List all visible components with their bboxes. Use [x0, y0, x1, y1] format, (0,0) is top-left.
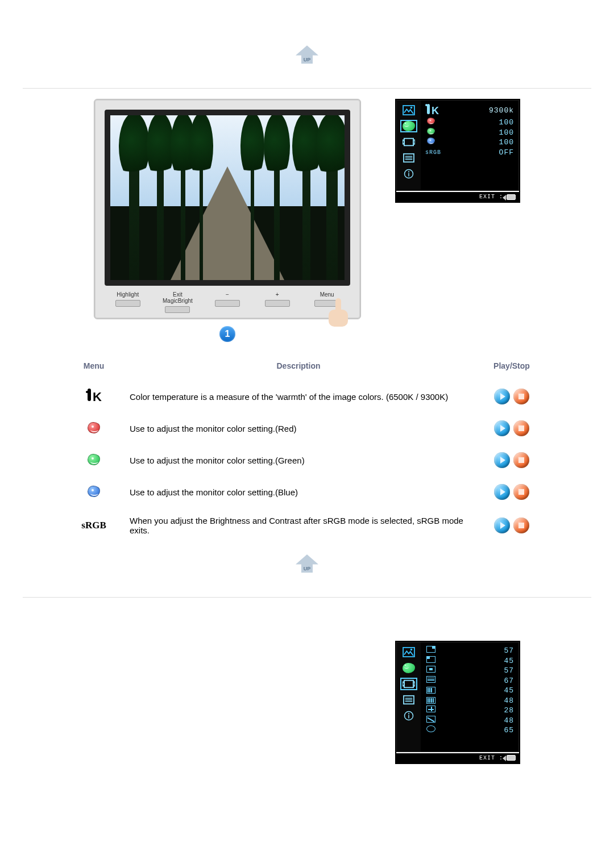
table-row: sRGB When you adjust the Brightness and …: [63, 508, 551, 543]
divider: [23, 88, 591, 89]
callout-badge: 1: [219, 326, 235, 342]
osd2-val: 67: [441, 676, 514, 686]
osd2-val: 45: [441, 686, 514, 696]
osd-exit-key-icon: [507, 194, 516, 200]
th-menu: Menu: [63, 356, 125, 381]
red-blob-icon: [88, 422, 100, 433]
color-temp-icon: K: [86, 389, 102, 404]
osd-tab-color-icon: [400, 662, 417, 674]
geom-icon: [426, 697, 435, 704]
bezel-label-plus: +: [276, 291, 279, 298]
osd-srgb-label: sRGB: [425, 149, 441, 157]
osd2-val: 57: [441, 646, 514, 656]
table-row: Use to adjust the monitor color setting.…: [63, 412, 551, 444]
osd-tab-color-icon: [400, 120, 417, 132]
srgb-label: sRGB: [81, 520, 106, 531]
osd2-val: 57: [441, 666, 514, 676]
up-link[interactable]: [23, 554, 591, 574]
svg-rect-15: [403, 682, 404, 686]
play-button[interactable]: [494, 389, 510, 404]
osd-tab-osd-icon: [400, 152, 417, 164]
green-blob-icon: [88, 454, 100, 465]
osd-exit-label: EXIT :: [479, 755, 503, 761]
bezel-label-highlight: Highlight: [117, 291, 139, 298]
osd2-val: 65: [441, 725, 514, 736]
th-playstop: Play/Stop: [472, 356, 551, 381]
geom-icon: [426, 706, 435, 712]
desc-cell: When you adjust the Brightness and Contr…: [125, 508, 472, 543]
osd-tab-image-icon: [400, 136, 417, 148]
osd-tab-osd-icon: [400, 694, 417, 706]
osd-image-panel: 57 45 57 67 45 48 28 48 65 EXIT :: [395, 641, 520, 764]
svg-rect-23: [408, 715, 409, 719]
svg-point-10: [408, 171, 409, 172]
svg-rect-16: [413, 682, 415, 686]
stop-button[interactable]: [513, 389, 529, 404]
blue-blob-icon: [88, 486, 100, 497]
osd2-val: 48: [441, 696, 514, 706]
feature-table: Menu Description Play/Stop K Color tempe…: [63, 356, 551, 543]
osd-val-blue: 100: [441, 137, 514, 148]
up-link[interactable]: [23, 45, 591, 65]
th-desc: Description: [125, 356, 472, 381]
play-button[interactable]: [494, 518, 510, 533]
svg-rect-11: [408, 173, 409, 177]
geom-icon: [426, 716, 435, 723]
osd2-val: 28: [441, 706, 514, 716]
svg-rect-3: [403, 140, 404, 144]
table-row: K Color temperature is a measure of the …: [63, 381, 551, 412]
osd-exit-label: EXIT :: [479, 194, 503, 200]
osd2-val: 45: [441, 656, 514, 666]
svg-point-22: [408, 713, 409, 714]
up-arrow-icon: [296, 554, 318, 573]
osd-val-green: 100: [441, 128, 514, 138]
stop-button[interactable]: [513, 484, 529, 500]
play-button[interactable]: [494, 452, 510, 468]
play-button[interactable]: [494, 484, 510, 500]
svg-rect-14: [404, 681, 413, 688]
geom-icon: [426, 725, 435, 732]
bezel-label-menu: Menu: [320, 291, 334, 298]
desc-cell: Use to adjust the monitor color setting.…: [125, 444, 472, 476]
osd-color-panel: K 9300k 100 100 100 sRGBOFF EXIT :: [395, 99, 520, 203]
osd-tab-info-icon: [400, 710, 417, 722]
desc-cell: Use to adjust the monitor color setting.…: [125, 476, 472, 508]
bezel-label-exit: Exit MagicBright: [163, 291, 193, 304]
geom-icon: [426, 666, 435, 673]
osd-tab-picture-icon: [400, 646, 417, 658]
osd-tab-info-icon: [400, 168, 417, 180]
table-row: Use to adjust the monitor color setting.…: [63, 476, 551, 508]
divider: [23, 597, 591, 598]
monitor-illustration: Highlight Exit MagicBright − + Menu 1: [94, 99, 361, 342]
stop-button[interactable]: [513, 420, 529, 436]
osd-exit-key-icon: [507, 755, 516, 761]
table-row: Use to adjust the monitor color setting.…: [63, 444, 551, 476]
osd2-val: 48: [441, 716, 514, 726]
osd-tab-picture-icon: [400, 104, 417, 116]
stop-button[interactable]: [513, 452, 529, 468]
osd-tab-image-icon: [400, 678, 417, 690]
svg-rect-2: [404, 139, 413, 146]
osd-val-srgb: OFF: [446, 148, 514, 158]
svg-point-13: [410, 649, 413, 651]
stop-button[interactable]: [513, 518, 529, 533]
bezel-label-minus: −: [226, 291, 229, 298]
svg-point-1: [410, 107, 413, 109]
play-button[interactable]: [494, 420, 510, 436]
osd-val-k: 9300k: [441, 106, 514, 116]
osd-val-red: 100: [441, 118, 514, 128]
geom-icon: [426, 687, 435, 694]
geom-icon: [426, 646, 435, 653]
svg-rect-4: [413, 140, 415, 144]
desc-cell: Color temperature is a measure of the 'w…: [125, 381, 472, 412]
desc-cell: Use to adjust the monitor color setting.…: [125, 412, 472, 444]
geom-icon: [426, 656, 435, 663]
geom-icon: [426, 676, 435, 683]
up-arrow-icon: [296, 45, 318, 64]
